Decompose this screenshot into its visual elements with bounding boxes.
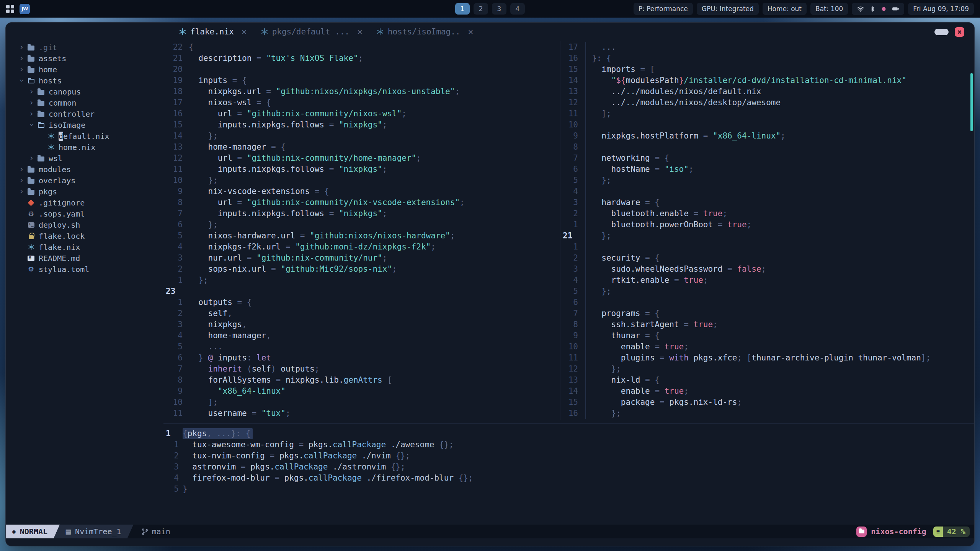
tree-item-modules[interactable]: ›modules — [6, 164, 163, 175]
tab-flake-nix[interactable]: flake.nix× — [179, 27, 247, 37]
chevron-right-icon[interactable]: › — [27, 154, 36, 162]
code-line[interactable]: 8 forAllSystems = nixpkgs.lib.genAttrs [ — [163, 375, 560, 386]
code-line[interactable]: 16 }; — [560, 408, 974, 419]
tab-close-icon[interactable]: × — [357, 27, 363, 37]
code-line[interactable]: 10 — [560, 119, 974, 130]
tree-item-stylua.toml[interactable]: ⚙stylua.toml — [6, 264, 163, 275]
code-line[interactable]: 11 username = "tux"; — [163, 408, 560, 419]
code-line[interactable]: 20 — [163, 64, 560, 75]
code-line[interactable]: 1 tux-awesome-wm-config = pkgs.callPacka… — [163, 439, 974, 450]
tab-hosts-isoimag[interactable]: hosts/isoImag..× — [376, 27, 474, 37]
code-line[interactable]: 9 "x86_64-linux" — [163, 386, 560, 397]
code-line[interactable]: 2 sops-nix.url = "github:Mic92/sops-nix"… — [163, 264, 560, 275]
code-line[interactable]: 13 home-manager = { — [163, 142, 560, 153]
editor-pane-iso-default-nix[interactable]: 17 ...16}: {15 imports = [14 "${modulesP… — [560, 41, 974, 420]
code-line[interactable]: 3 nur.url = "github:nix-community/nur"; — [163, 253, 560, 264]
tab-close-icon[interactable]: × — [242, 27, 247, 37]
chevron-right-icon[interactable]: › — [27, 110, 36, 118]
chevron-right-icon[interactable]: › — [17, 176, 26, 184]
code-line[interactable]: 9 nixpkgs.hostPlatform = "x86_64-linux"; — [560, 130, 974, 142]
code-line[interactable]: 17 nixos-wsl = { — [163, 97, 560, 108]
code-line[interactable]: 19 inputs = { — [163, 75, 560, 86]
chevron-down-icon[interactable]: › — [28, 121, 36, 129]
editor-pane-pkgs-default-nix[interactable]: 1{pkgs, ...}: {1 tux-awesome-wm-config =… — [163, 427, 974, 525]
code-line[interactable]: 9 nix-vscode-extensions = { — [163, 186, 560, 197]
code-line[interactable]: 17 ... — [560, 42, 974, 53]
clock[interactable]: Fri Aug 09, 17:09 — [908, 3, 974, 15]
workspace-button-3[interactable]: 3 — [492, 3, 506, 15]
code-line[interactable]: 7 inherit (self) outputs; — [163, 364, 560, 375]
tree-item-flake.nix[interactable]: flake.nix — [6, 241, 163, 253]
code-line[interactable]: 11 ]; — [560, 108, 974, 119]
code-line[interactable]: 11 inputs.nixpkgs.follows = "nixpkgs"; — [163, 164, 560, 175]
code-line[interactable]: 5 nixos-hardware.url = "github:nixos/nix… — [163, 230, 560, 241]
code-line[interactable]: 22{ — [163, 42, 560, 53]
code-line[interactable]: 15 inputs.nixpkgs.follows = "nixpkgs"; — [163, 119, 560, 130]
tree-item-hosts[interactable]: ›hosts — [6, 75, 163, 86]
chevron-right-icon[interactable]: › — [17, 43, 26, 51]
code-line[interactable]: 3 astronvim = pkgs.callPackage ./astronv… — [163, 461, 974, 473]
code-line[interactable]: 16 url = "github:nix-community/nixos-wsl… — [163, 108, 560, 119]
tab-pkgs-default[interactable]: pkgs/default ...× — [261, 27, 363, 37]
code-line[interactable]: 15 package = pkgs.nix-ld-rs; — [560, 397, 974, 408]
tree-item-pkgs[interactable]: ›pkgs — [6, 186, 163, 197]
code-line[interactable]: 3 nixpkgs, — [163, 319, 560, 330]
tree-item-.gitignore[interactable]: .gitignore — [6, 197, 163, 208]
tree-item-home[interactable]: ›home — [6, 64, 163, 75]
code-line[interactable]: 13 ../../modules/nixos/default.nix — [560, 86, 974, 97]
tree-item-isoimage[interactable]: ›isoImage — [6, 119, 163, 130]
chevron-right-icon[interactable]: › — [17, 165, 26, 173]
pill-toggle-icon[interactable] — [934, 29, 949, 35]
chevron-down-icon[interactable]: › — [18, 77, 26, 85]
editor-pane-flake-nix[interactable]: 22{21 description = "tux's NixOS Flake";… — [163, 41, 560, 420]
code-line[interactable]: 14 "${modulesPath}/installer/cd-dvd/inst… — [560, 75, 974, 86]
code-line[interactable]: 2 security = { — [560, 253, 974, 264]
code-line[interactable]: 10 }; — [163, 175, 560, 186]
workspace-button-2[interactable]: 2 — [474, 3, 488, 15]
code-line[interactable]: 8 url = "github:nix-community/nix-vscode… — [163, 197, 560, 208]
code-line[interactable]: 4 — [560, 186, 974, 197]
close-icon[interactable]: × — [955, 27, 964, 37]
code-line[interactable]: 23 — [163, 286, 560, 297]
code-line[interactable]: 11 plugins = with pkgs.xfce; [thunar-arc… — [560, 352, 974, 364]
code-line[interactable]: 8 ssh.startAgent = true; — [560, 319, 974, 330]
tree-item-.git[interactable]: ›.git — [6, 42, 163, 53]
code-line[interactable]: 5 }; — [560, 286, 974, 297]
code-line[interactable]: 3 sudo.wheelNeedsPassword = false; — [560, 264, 974, 275]
code-line[interactable]: 5} — [163, 484, 974, 495]
chevron-right-icon[interactable]: › — [27, 99, 36, 107]
code-line[interactable]: 15 imports = [ — [560, 64, 974, 75]
tree-item-common[interactable]: ›common — [6, 97, 163, 108]
code-line[interactable]: 13 nix-ld = { — [560, 375, 974, 386]
tree-item-wsl[interactable]: ›wsl — [6, 153, 163, 164]
tree-item-home.nix[interactable]: home.nix — [6, 142, 163, 153]
code-line[interactable]: 16}: { — [560, 53, 974, 64]
media-dot-icon[interactable] — [881, 6, 887, 12]
code-line[interactable]: 6 hostName = "iso"; — [560, 164, 974, 175]
chevron-right-icon[interactable]: › — [17, 187, 26, 196]
tree-item-deploy.sh[interactable]: deploy.sh — [6, 219, 163, 230]
tree-item-flake.lock[interactable]: flake.lock — [6, 230, 163, 241]
command-line[interactable] — [6, 538, 974, 546]
code-line[interactable]: 1 outputs = { — [163, 297, 560, 308]
chevron-right-icon[interactable]: › — [27, 88, 36, 96]
code-line[interactable]: 4 rtkit.enable = true; — [560, 275, 974, 286]
tree-item-overlays[interactable]: ›overlays — [6, 175, 163, 186]
code-line[interactable]: 6 — [560, 297, 974, 308]
code-line[interactable]: 2 self, — [163, 308, 560, 319]
code-line[interactable]: 7 programs = { — [560, 308, 974, 319]
battery-icon[interactable] — [892, 5, 899, 13]
tree-item-assets[interactable]: ›assets — [6, 53, 163, 64]
tree-item-default.nix[interactable]: default.nix — [6, 130, 163, 142]
tree-item-controller[interactable]: ›controller — [6, 108, 163, 119]
code-line[interactable]: 6 }; — [163, 219, 560, 230]
code-line[interactable]: 1 }; — [163, 275, 560, 286]
code-line[interactable]: 1 bluetooth.powerOnBoot = true; — [560, 219, 974, 230]
wifi-icon[interactable] — [857, 5, 864, 13]
code-line[interactable]: 12 }; — [560, 364, 974, 375]
tab-close-icon[interactable]: × — [468, 27, 473, 37]
tree-item-readme.md[interactable]: README.md — [6, 253, 163, 264]
code-line[interactable]: 4 home-manager, — [163, 330, 560, 341]
code-line[interactable]: 7 networking = { — [560, 153, 974, 164]
code-line[interactable]: 1 — [560, 241, 974, 253]
